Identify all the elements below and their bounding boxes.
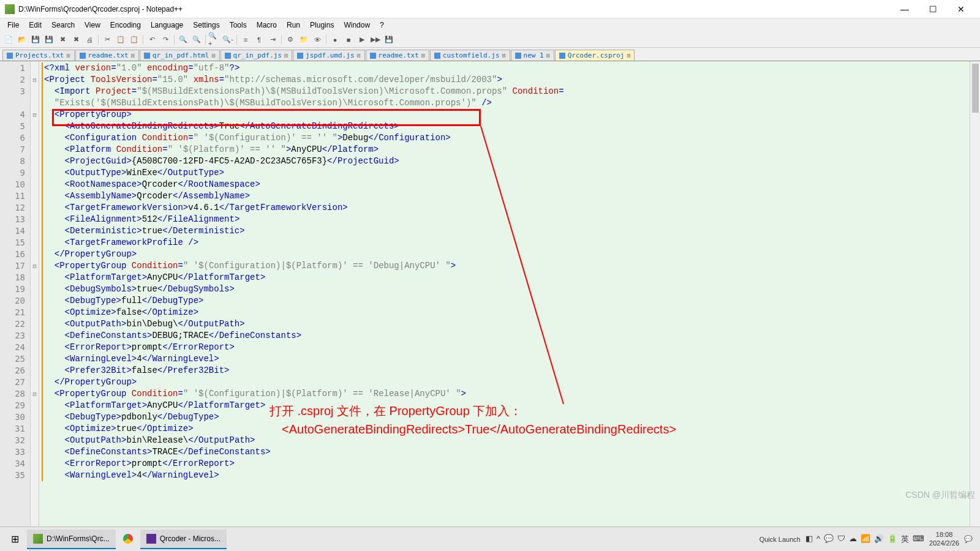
tab-close-icon[interactable]: ⊠ xyxy=(131,52,135,59)
ime-indicator[interactable]: 英 xyxy=(901,534,909,545)
menu-run[interactable]: Run xyxy=(282,20,305,31)
file-icon xyxy=(297,53,303,59)
function-list-icon[interactable]: ⚙ xyxy=(284,34,296,46)
stop-icon[interactable]: ■ xyxy=(342,34,355,46)
tab-close-icon[interactable]: ⊠ xyxy=(284,52,288,59)
tray-keyboard-icon[interactable]: ⌨ xyxy=(913,534,924,545)
tabbar: Projects.txt⊠readme.txt⊠qr_in_pdf.html⊠q… xyxy=(0,48,980,61)
system-tray: Quick Launch ◧ ^ 💬 🛡 ☁ 📶 🔊 🔋 英 ⌨ 18:08 2… xyxy=(760,531,978,547)
zoom-in-icon[interactable]: 🔍+ xyxy=(208,34,221,46)
taskbar-item-notepadpp[interactable]: D:\WinForms\Qrc... xyxy=(27,530,116,549)
zoom-out-icon[interactable]: 🔍- xyxy=(222,34,234,46)
save-icon[interactable]: 💾 xyxy=(29,34,42,46)
tray-icon[interactable]: ◧ xyxy=(805,534,813,545)
menu-language[interactable]: Language xyxy=(146,20,188,31)
file-tab[interactable]: Projects.txt⊠ xyxy=(2,50,75,61)
close-all-icon[interactable]: ✖ xyxy=(70,34,82,46)
file-icon xyxy=(225,53,231,59)
folder-icon[interactable]: 📁 xyxy=(298,34,310,46)
start-button[interactable]: ⊞ xyxy=(2,530,27,549)
tab-close-icon[interactable]: ⊠ xyxy=(212,52,216,59)
cut-icon[interactable]: ✂ xyxy=(101,34,113,46)
menu-macro[interactable]: Macro xyxy=(252,20,282,31)
record-icon[interactable]: ● xyxy=(329,34,341,46)
show-chars-icon[interactable]: ¶ xyxy=(253,34,265,46)
clock[interactable]: 18:08 2024/2/26 xyxy=(929,531,959,547)
taskbar-item-vs[interactable]: Qrcoder - Micros... xyxy=(140,530,227,549)
file-icon xyxy=(144,53,150,59)
play-icon[interactable]: ▶ xyxy=(356,34,368,46)
editor-area: 1234567891011121314151617181920212223242… xyxy=(0,61,980,527)
indent-guide-icon[interactable]: ⇥ xyxy=(266,34,279,46)
taskbar-item-chrome[interactable] xyxy=(117,530,139,549)
menu-?[interactable]: ? xyxy=(375,20,389,31)
file-icon xyxy=(370,53,376,59)
tab-close-icon[interactable]: ⊠ xyxy=(66,52,70,59)
print-icon[interactable]: 🖨 xyxy=(83,34,96,46)
vertical-scrollbar[interactable] xyxy=(970,61,980,527)
notepadpp-icon xyxy=(33,534,43,544)
play-multi-icon[interactable]: ▶▶ xyxy=(369,34,382,46)
window-title: D:\WinForms\Qrcoder\Qrcoder.csproj - Not… xyxy=(18,5,891,13)
tab-close-icon[interactable]: ⊠ xyxy=(421,52,425,59)
fold-column[interactable]: ⊟⊟⊟⊟ xyxy=(31,61,39,527)
menu-tools[interactable]: Tools xyxy=(225,20,252,31)
notification-icon[interactable]: 💬 xyxy=(964,535,973,543)
menu-window[interactable]: Window xyxy=(339,20,375,31)
tab-close-icon[interactable]: ⊠ xyxy=(546,52,550,59)
file-tab[interactable]: readme.txt⊠ xyxy=(75,50,139,61)
close-file-icon[interactable]: ✖ xyxy=(56,34,69,46)
tray-wechat-icon[interactable]: 💬 xyxy=(824,534,834,545)
menu-encoding[interactable]: Encoding xyxy=(105,20,146,31)
file-icon xyxy=(7,53,13,59)
menu-search[interactable]: Search xyxy=(47,20,80,31)
taskbar: ⊞ D:\WinForms\Qrc... Qrcoder - Micros...… xyxy=(0,527,980,551)
tray-network-icon[interactable]: 📶 xyxy=(861,534,870,545)
visual-studio-icon xyxy=(146,534,156,544)
copy-icon[interactable]: 📋 xyxy=(115,34,127,46)
file-tab[interactable]: readme.txt⊠ xyxy=(366,50,429,61)
file-tab[interactable]: jspdf.umd.js⊠ xyxy=(293,50,365,61)
save-macro-icon[interactable]: 💾 xyxy=(383,34,395,46)
file-icon xyxy=(434,53,440,59)
file-tab[interactable]: qr_in_pdf.js⊠ xyxy=(221,50,293,61)
save-all-icon[interactable]: 💾 xyxy=(43,34,55,46)
file-tab[interactable]: customfield.js⊠ xyxy=(430,50,510,61)
menu-plugins[interactable]: Plugins xyxy=(305,20,339,31)
tab-close-icon[interactable]: ⊠ xyxy=(502,52,506,59)
close-button[interactable]: ✕ xyxy=(947,0,975,18)
tab-close-icon[interactable]: ⊠ xyxy=(627,52,630,59)
menu-settings[interactable]: Settings xyxy=(188,20,224,31)
maximize-button[interactable]: ☐ xyxy=(919,0,947,18)
new-file-icon[interactable]: 📄 xyxy=(2,34,15,46)
monitor-icon[interactable]: 👁 xyxy=(311,34,323,46)
file-tab[interactable]: Qrcoder.csproj⊠ xyxy=(555,50,635,61)
tray-volume-icon[interactable]: 🔊 xyxy=(874,534,884,545)
file-tab[interactable]: qr_in_pdf.html⊠ xyxy=(140,50,220,61)
menubar: FileEditSearchViewEncodingLanguageSettin… xyxy=(0,18,980,32)
menu-edit[interactable]: Edit xyxy=(24,20,47,31)
app-icon xyxy=(5,4,15,14)
file-tab[interactable]: new 1⊠ xyxy=(511,50,554,61)
undo-icon[interactable]: ↶ xyxy=(146,34,158,46)
tab-close-icon[interactable]: ⊠ xyxy=(357,52,361,59)
find-icon[interactable]: 🔍 xyxy=(177,34,189,46)
word-wrap-icon[interactable]: ≡ xyxy=(239,34,252,46)
paste-icon[interactable]: 📋 xyxy=(128,34,140,46)
tray-shield-icon[interactable]: 🛡 xyxy=(837,534,845,545)
toolbar: 📄 📂 💾 💾 ✖ ✖ 🖨 ✂ 📋 📋 ↶ ↷ 🔍 🔍 🔍+ 🔍- ≡ ¶ ⇥ … xyxy=(0,32,980,48)
tray-chevron-icon[interactable]: ^ xyxy=(816,534,820,545)
tray-battery-icon[interactable]: 🔋 xyxy=(888,534,897,545)
file-icon xyxy=(80,53,86,59)
file-icon xyxy=(515,53,521,59)
open-file-icon[interactable]: 📂 xyxy=(16,34,28,46)
code-editor[interactable]: <?xml version="1.0" encoding="utf-8"?><P… xyxy=(39,61,970,527)
redo-icon[interactable]: ↷ xyxy=(159,34,172,46)
tray-cloud-icon[interactable]: ☁ xyxy=(849,534,857,545)
menu-file[interactable]: File xyxy=(2,20,24,31)
minimize-button[interactable]: — xyxy=(891,0,919,18)
menu-view[interactable]: View xyxy=(80,20,105,31)
quick-launch-label[interactable]: Quick Launch xyxy=(760,536,801,543)
file-icon xyxy=(559,53,565,59)
replace-icon[interactable]: 🔍 xyxy=(190,34,203,46)
